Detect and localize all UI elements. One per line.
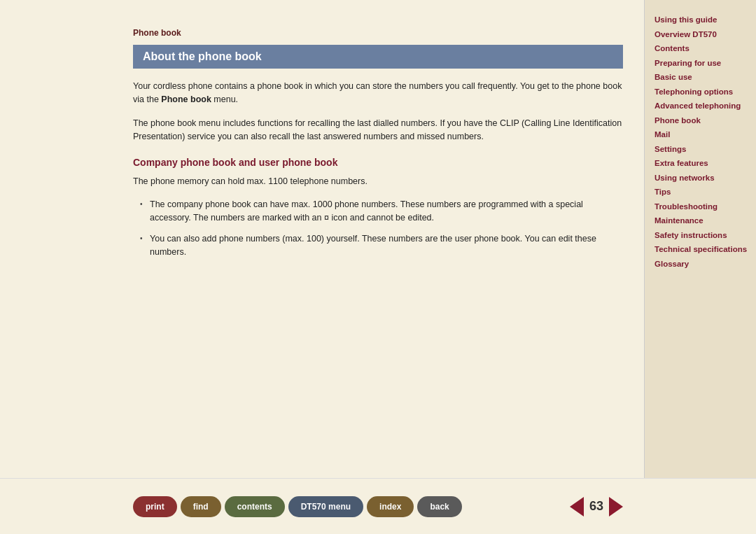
main-content: Phone book About the phone book Your cor… xyxy=(0,0,644,478)
sidebar-item-maintenance[interactable]: Maintenance xyxy=(654,215,748,227)
dt570-menu-button[interactable]: DT570 menu xyxy=(288,496,363,517)
bottom-nav-bar: print find contents DT570 menu index bac… xyxy=(0,478,756,534)
page-number: 63 xyxy=(589,499,603,514)
bullet-list: The company phone book can have max. 100… xyxy=(140,198,623,267)
sidebar-item-extra[interactable]: Extra features xyxy=(654,157,748,170)
bullet-item-2: You can also add phone numbers (max. 100… xyxy=(140,232,623,260)
sidebar-item-troubleshooting[interactable]: Troubleshooting xyxy=(654,201,748,213)
page-layout: Phone book About the phone book Your cor… xyxy=(0,0,756,534)
section-header: About the phone book xyxy=(133,45,623,69)
content-sidebar-wrapper: Phone book About the phone book Your cor… xyxy=(0,0,756,478)
page-navigation: 63 xyxy=(553,497,623,517)
sidebar-item-phonebook[interactable]: Phone book xyxy=(654,115,748,127)
sidebar-item-advanced[interactable]: Advanced telephoning xyxy=(654,100,748,113)
contents-button[interactable]: contents xyxy=(225,496,285,517)
sidebar-item-preparing[interactable]: Preparing for use xyxy=(654,57,748,70)
intro-paragraph: Your cordless phone contains a phone boo… xyxy=(133,80,623,107)
sidebar-item-using-guide[interactable]: Using this guide xyxy=(654,14,748,27)
index-button[interactable]: index xyxy=(367,496,414,517)
sidebar-item-tips[interactable]: Tips xyxy=(654,186,748,199)
sidebar-item-overview[interactable]: Overview DT570 xyxy=(654,29,748,41)
find-button[interactable]: find xyxy=(181,496,221,517)
sidebar-item-settings[interactable]: Settings xyxy=(654,143,748,156)
back-button[interactable]: back xyxy=(417,496,461,517)
nav-buttons: print find contents DT570 menu index bac… xyxy=(133,496,549,517)
sub-intro: The phone memory can hold max. 1100 tele… xyxy=(133,175,623,188)
intro-suffix: menu. xyxy=(211,94,238,104)
sidebar-item-mail[interactable]: Mail xyxy=(654,129,748,141)
sub-header: Company phone book and user phone book xyxy=(133,157,623,168)
sidebar-item-technical[interactable]: Technical specifications xyxy=(654,244,748,256)
prev-page-arrow[interactable] xyxy=(570,497,584,517)
sidebar-item-safety[interactable]: Safety instructions xyxy=(654,230,748,242)
sidebar-item-contents[interactable]: Contents xyxy=(654,43,748,55)
phone-book-bold: Phone book xyxy=(161,94,211,104)
sidebar-item-glossary[interactable]: Glossary xyxy=(654,258,748,271)
sidebar-item-networks[interactable]: Using networks xyxy=(654,172,748,185)
print-button[interactable]: print xyxy=(133,496,177,517)
sidebar-item-basic-use[interactable]: Basic use xyxy=(654,71,748,84)
paragraph2: The phone book menu includes functions f… xyxy=(133,117,623,144)
bullet-item-1: The company phone book can have max. 100… xyxy=(140,198,623,225)
sidebar: Using this guide Overview DT570 Contents… xyxy=(644,0,756,478)
next-page-arrow[interactable] xyxy=(609,497,623,517)
section-title: About the phone book xyxy=(143,50,262,62)
sidebar-item-telephoning[interactable]: Telephoning options xyxy=(654,86,748,99)
page-label: Phone book xyxy=(133,28,623,38)
